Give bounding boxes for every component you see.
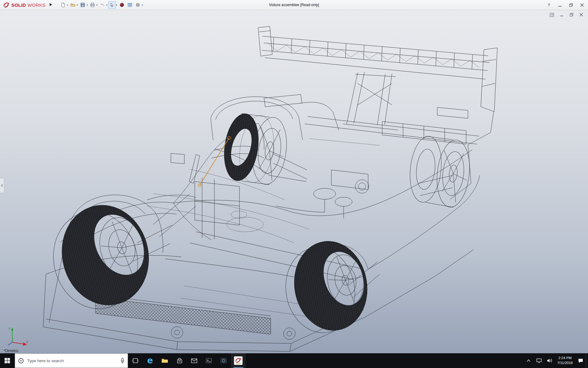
dropdown-caret[interactable]: ▾ bbox=[67, 4, 68, 6]
save-button[interactable] bbox=[79, 1, 87, 9]
select-tool-button[interactable] bbox=[108, 1, 116, 9]
store-bag-icon bbox=[177, 358, 183, 364]
taskbar-clock[interactable]: 2:24 PM 7/11/2018 bbox=[557, 353, 573, 368]
minimize-icon bbox=[560, 13, 564, 17]
console-icon bbox=[206, 358, 212, 363]
wheel-rear-left[interactable] bbox=[279, 236, 374, 339]
taskbar-app-file-explorer[interactable] bbox=[157, 353, 172, 368]
y-axis-label: y bbox=[9, 326, 10, 330]
help-button[interactable]: ? bbox=[543, 1, 554, 9]
print-icon bbox=[90, 2, 95, 7]
dropdown-caret[interactable]: ▾ bbox=[106, 4, 107, 6]
wing-support-struts[interactable] bbox=[343, 72, 398, 130]
solidworks-version-badge: 2017 bbox=[236, 362, 241, 365]
dropdown-caret[interactable]: ▾ bbox=[116, 4, 117, 6]
taskbar-app-edge[interactable]: e bbox=[143, 353, 157, 368]
taskbar: e bbox=[0, 353, 588, 368]
x-axis-label: x bbox=[26, 340, 28, 343]
graphics-viewport[interactable]: y x *Dimetric bbox=[0, 10, 588, 353]
taskbar-app-task-view[interactable] bbox=[128, 353, 143, 368]
show-desktop-strip[interactable] bbox=[586, 353, 588, 368]
orientation-triad: y x bbox=[5, 324, 29, 348]
action-center-icon bbox=[578, 358, 583, 363]
chevron-up-icon bbox=[526, 359, 531, 362]
media-app-icon bbox=[221, 358, 227, 363]
rear-wing[interactable] bbox=[258, 26, 497, 112]
close-button[interactable] bbox=[576, 1, 587, 9]
evaluate-table-icon bbox=[127, 2, 132, 7]
task-view-icon bbox=[132, 358, 138, 363]
clock-time: 2:24 PM bbox=[557, 356, 573, 361]
view-orientation-label: *Dimetric bbox=[4, 349, 19, 353]
taskbar-app-console[interactable] bbox=[202, 353, 216, 368]
speaker-icon bbox=[547, 358, 552, 363]
taskbar-search[interactable] bbox=[15, 353, 128, 368]
taskbar-app-media[interactable] bbox=[216, 353, 231, 368]
undo-icon bbox=[100, 2, 105, 7]
wireframe-car-model[interactable] bbox=[0, 10, 588, 353]
play-arrow-icon bbox=[49, 3, 52, 6]
mirror-mast[interactable] bbox=[189, 155, 200, 183]
maximize-button[interactable] bbox=[565, 1, 576, 9]
engine-detail[interactable] bbox=[133, 154, 453, 298]
search-input[interactable] bbox=[27, 358, 118, 363]
options-button[interactable] bbox=[134, 1, 142, 9]
save-icon bbox=[80, 2, 85, 7]
start-button[interactable] bbox=[0, 353, 15, 368]
doc-close-button[interactable] bbox=[578, 12, 584, 17]
taskbar-app-store[interactable] bbox=[172, 353, 187, 368]
restore-icon bbox=[570, 13, 573, 17]
dropdown-caret[interactable]: ▾ bbox=[96, 4, 98, 6]
windows-logo-icon bbox=[5, 358, 10, 363]
solidworks-logo-mark bbox=[3, 2, 10, 8]
select-cursor-icon bbox=[110, 3, 114, 7]
action-center-button[interactable] bbox=[575, 353, 586, 368]
wheel-front-right[interactable] bbox=[220, 112, 291, 187]
open-button[interactable] bbox=[69, 1, 77, 9]
undo-button[interactable] bbox=[98, 1, 106, 9]
screen: SOLIDWORKS ▾ ▾ ▾ bbox=[0, 0, 588, 368]
menu-expand-arrow[interactable] bbox=[47, 3, 54, 7]
dropdown-caret[interactable]: ▾ bbox=[142, 4, 143, 6]
microphone-icon[interactable] bbox=[120, 358, 125, 363]
network-status[interactable] bbox=[534, 353, 544, 368]
wheel-front-left[interactable] bbox=[43, 196, 159, 318]
dropdown-caret[interactable]: ▾ bbox=[87, 4, 88, 6]
x-axis-arrow bbox=[12, 342, 24, 344]
taskbar-app-solidworks[interactable]: 2017 bbox=[231, 353, 246, 368]
taskbar-app-mail[interactable] bbox=[187, 353, 202, 368]
dropdown-caret[interactable]: ▾ bbox=[77, 4, 78, 6]
chevron-left-icon bbox=[1, 184, 3, 187]
restore-icon bbox=[569, 3, 573, 7]
window-controls: ? bbox=[543, 0, 587, 10]
print-button[interactable] bbox=[89, 1, 96, 9]
volume-control[interactable] bbox=[544, 353, 555, 368]
evaluate-button[interactable] bbox=[126, 1, 134, 9]
hidden-icons-chevron[interactable] bbox=[523, 353, 534, 368]
doc-minimize-button[interactable] bbox=[559, 12, 565, 17]
solidworks-app-icon: 2017 bbox=[234, 356, 243, 365]
document-title: Voiture assemblee [Read-only] bbox=[269, 0, 319, 10]
doc-restore-button[interactable] bbox=[568, 12, 575, 17]
close-icon bbox=[579, 13, 583, 17]
minimize-button[interactable] bbox=[554, 1, 565, 9]
file-explorer-icon bbox=[161, 358, 168, 363]
network-icon bbox=[536, 358, 542, 363]
wheel-rear-right[interactable] bbox=[407, 135, 473, 209]
doc-restore-pane-button[interactable] bbox=[549, 12, 555, 17]
brand-text-solid: SOLID bbox=[11, 2, 26, 8]
appearances-button[interactable] bbox=[118, 1, 126, 9]
edge-icon: e bbox=[147, 356, 153, 365]
z-axis-arrow bbox=[8, 342, 12, 345]
minimize-icon bbox=[558, 3, 562, 7]
system-tray: 2:24 PM 7/11/2018 bbox=[523, 353, 588, 368]
main-toolbar: ▾ ▾ ▾ ▾ ▾ bbox=[59, 1, 144, 9]
app-titlebar: SOLIDWORKS ▾ ▾ ▾ bbox=[0, 0, 588, 10]
solidworks-logo: SOLIDWORKS bbox=[0, 2, 47, 8]
new-document-icon bbox=[61, 2, 66, 7]
close-icon bbox=[580, 3, 584, 7]
new-document-button[interactable] bbox=[59, 1, 67, 9]
feature-tree-collapse-tab[interactable] bbox=[0, 178, 4, 193]
appearances-sphere-icon bbox=[119, 2, 124, 7]
open-folder-icon bbox=[70, 2, 75, 7]
